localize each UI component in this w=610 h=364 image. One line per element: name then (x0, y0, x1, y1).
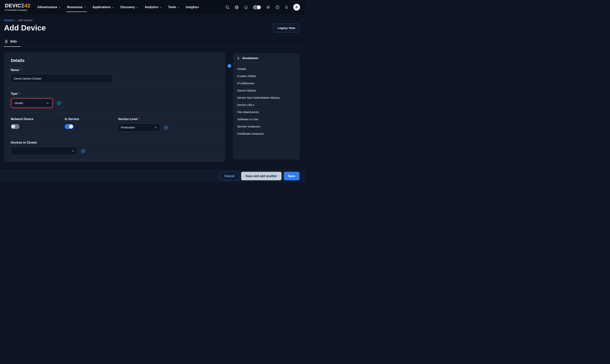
page-title: Add Device (4, 24, 305, 32)
nav-item-analytics[interactable]: Analytics (145, 4, 162, 10)
breakdown-list-icon (237, 56, 241, 60)
divider (11, 160, 218, 160)
tab-info-label: Info (10, 39, 17, 44)
type-select-value: cluster (14, 101, 23, 105)
breadcrumb: Devices › Add Device (4, 19, 305, 22)
save-and-add-another-button[interactable]: Save and add another (241, 172, 281, 180)
add-type-button[interactable] (57, 101, 61, 105)
required-marker: * (19, 92, 20, 95)
chevron-down-icon (112, 6, 114, 9)
nav-label: Infrastructure (38, 5, 57, 9)
network-device-toggle[interactable] (11, 124, 20, 129)
chevron-down-icon (136, 6, 138, 9)
label-text: Service Level (118, 117, 137, 121)
nav-item-applications[interactable]: Applications (92, 4, 114, 10)
chevron-down-icon (84, 6, 86, 9)
nav-label: Resources (67, 5, 83, 9)
breadcrumb-devices-link[interactable]: Devices (4, 19, 14, 22)
divider (11, 136, 218, 136)
chevron-down-icon (59, 6, 61, 9)
toggle-knob (69, 125, 73, 128)
in-service-label: In Service (65, 117, 118, 121)
toggle-knob (11, 125, 15, 128)
breakdown-header: Breakdown (234, 53, 299, 63)
breakdown-item-software-in-use[interactable]: Software In Use (234, 116, 299, 123)
network-device-label: Network Device (11, 117, 65, 121)
cancel-button[interactable]: Cancel (220, 172, 239, 180)
service-level-select[interactable]: Production (118, 123, 160, 132)
add-device-to-cluster-button[interactable] (81, 149, 86, 153)
service-level-label: Service Level* (118, 117, 169, 121)
nav-item-resources[interactable]: Resources (67, 4, 86, 10)
logo-stylized-e: Ξ (21, 3, 25, 9)
nav-item-discovery[interactable]: Discovery (120, 4, 139, 10)
breadcrumb-current: Add Device (18, 19, 33, 22)
user-avatar[interactable]: A (293, 4, 300, 11)
breakdown-item-details[interactable]: Details (234, 65, 299, 73)
header-actions: ? A (225, 4, 300, 11)
chevron-down-icon (177, 6, 179, 9)
nav-item-infrastructure[interactable]: Infrastructure (38, 4, 61, 10)
device42-logo[interactable]: DEVICΞ42 A Freshworks Company (5, 3, 30, 11)
toggle-knob (257, 5, 261, 9)
chevron-down-icon (159, 6, 162, 9)
nav-item-insights[interactable]: Insights+ (186, 4, 199, 10)
type-select[interactable]: cluster (12, 99, 52, 107)
divider (11, 113, 218, 113)
breakdown-title: Breakdown (243, 56, 258, 60)
label-text: Name (11, 68, 19, 72)
breakdown-item-file-attachments[interactable]: File Attachments (234, 108, 299, 116)
legacy-view-button[interactable]: Legacy View (273, 24, 299, 32)
nav-label: Tools (168, 5, 176, 9)
action-bar: Cancel Save and add another Save (0, 170, 305, 182)
logo-tagline: A Freshworks Company (5, 9, 30, 11)
breakdown-item-device-aliases[interactable]: Device Aliases (234, 87, 299, 94)
tab-info[interactable]: Info (4, 38, 21, 47)
bookmark-icon[interactable] (285, 5, 288, 10)
breakdown-item-ip-addresses[interactable]: IP Addresses (234, 80, 299, 87)
save-button[interactable]: Save (284, 172, 299, 180)
required-marker: * (20, 68, 21, 72)
breakdown-list: Details Custom Fields IP Addresses Devic… (234, 63, 299, 140)
logo-main: DEVIC (5, 3, 21, 9)
nav-label: Analytics (145, 5, 158, 9)
settings-gear-icon[interactable] (266, 5, 270, 10)
nav-label: Applications (92, 5, 111, 9)
section-title: Details (11, 58, 218, 63)
help-icon[interactable]: ? (275, 5, 280, 10)
logo-accent: 42 (25, 3, 30, 9)
details-form-card: Details Name* Type* cluster Network Devi… (4, 52, 225, 162)
type-select-highlight-box: cluster (11, 98, 53, 108)
svg-text:?: ? (277, 6, 278, 8)
notifications-bell-icon[interactable] (244, 5, 248, 10)
content-area: Details Name* Type* cluster Network Devi… (0, 52, 305, 162)
nav-label: Insights+ (186, 5, 199, 9)
chevron-right-icon (228, 65, 231, 67)
top-nav-bar: DEVICΞ42 A Freshworks Company Infrastruc… (0, 0, 305, 14)
in-service-toggle[interactable] (65, 124, 74, 129)
devices-in-cluster-select[interactable] (11, 147, 77, 155)
breakdown-item-device-urls[interactable]: Device URLs (234, 101, 299, 108)
label-text: Network Device (11, 117, 33, 121)
add-service-level-button[interactable] (164, 125, 169, 130)
chevron-down-icon (46, 102, 49, 105)
breakdown-item-service-instances[interactable]: Service Instances (234, 123, 299, 130)
breadcrumb-separator: › (15, 19, 16, 22)
chevron-down-icon (71, 149, 75, 153)
type-field-label: Type* (11, 92, 218, 95)
tab-bar: Info (0, 38, 305, 47)
collapse-sidebar-button[interactable] (227, 64, 232, 68)
nav-item-tools[interactable]: Tools (168, 4, 179, 10)
search-icon[interactable] (225, 5, 230, 10)
breakdown-item-device-non-authoritative-aliases[interactable]: Device Non-Authoritative Aliases (234, 94, 299, 101)
breakdown-item-certificate-instances[interactable]: Certificate Instances (234, 130, 299, 137)
label-text: In Service (65, 117, 79, 121)
breakdown-item-custom-fields[interactable]: Custom Fields (234, 73, 299, 80)
theme-toggle[interactable] (253, 5, 261, 10)
devices-in-cluster-label: Devices in Cluster (11, 141, 218, 144)
main-nav: Infrastructure Resources Applications Di… (38, 4, 199, 10)
label-text: Type (11, 92, 18, 95)
label-text: Devices in Cluster (11, 141, 37, 144)
globe-icon[interactable] (234, 5, 239, 10)
name-input[interactable] (11, 74, 113, 83)
